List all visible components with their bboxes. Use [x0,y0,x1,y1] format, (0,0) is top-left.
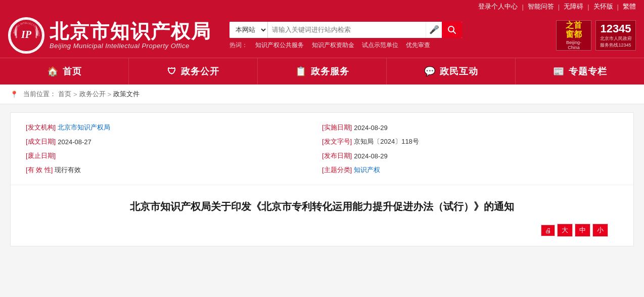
meta-value-effective-date: 2024-08-29 [354,124,388,132]
login-link[interactable]: 登录个人中心 [478,2,518,11]
site-title-en: Beijing Municipal Intellectual Property … [50,42,211,50]
nav-label-interaction: 政民互动 [440,65,478,77]
logo-svg: IP BEIJING INTELLECTUAL PROPERTY [10,19,43,52]
meta-right-0: [实施日期] 2024-08-29 [322,123,618,132]
meta-value-validity: 现行有效 [55,165,81,175]
article-area: 北京市知识产权局关于印发《北京市专利转化运用能力提升促进办法（试行）》的通知 🖨… [11,185,633,246]
traditional-link[interactable]: 繁體 [623,2,636,11]
beijing-china-logo[interactable]: 之首 窗都 Beijing-China [556,20,591,51]
nav-item-govservice[interactable]: 📋 政务服务 [258,58,387,84]
font-small-button[interactable]: 小 [592,224,608,237]
content-area: [发文机构] 北京市知识产权局 [实施日期] 2024-08-29 [成文日期]… [10,112,634,246]
site-title-cn: 北京市知识产权局 [50,21,211,43]
logo1-bottom: 窗都 [566,30,582,39]
search-area: 本网站 🎤 热词： 知识产权公共服务 知识产权资助金 试点示范单位 优先审查 [229,22,548,50]
meta-row-validity: [有 效 性] 现行有效 [26,165,322,175]
logo-circle: IP BEIJING INTELLECTUAL PROPERTY [8,17,44,54]
care-link[interactable]: 关怀版 [593,2,613,11]
meta-row-publish-date: [发布日期] 2024-08-29 [322,151,618,160]
hotline-logo[interactable]: 12345 北京市人民政府 服务热线12345 [595,20,636,51]
logo-area: IP BEIJING INTELLECTUAL PROPERTY 北京市知识产权… [8,17,211,54]
nav-item-topics[interactable]: 📰 专题专栏 [516,58,644,84]
ai-link[interactable]: 智能问答 [528,2,554,11]
meta-row-expire-date: [废止日期] [26,151,322,160]
site-title-area: 北京市知识产权局 Beijing Municipal Intellectual … [50,21,211,50]
font-large-button[interactable]: 大 [557,224,573,237]
location-icon: 📍 [10,91,18,98]
nav-label-home: 首页 [63,65,82,77]
hotwords-label: 热词： [229,41,248,49]
breadcrumb-current: 政策文件 [113,90,140,99]
hotline-sub2: 服务热线12345 [600,43,631,48]
hotword-2[interactable]: 知识产权资助金 [312,41,354,49]
hotword-3[interactable]: 试点示范单位 [362,41,398,49]
breadcrumb-govopen[interactable]: 政务公开 [79,90,106,99]
meta-row-doc-number: [发文字号] 京知局〔2024〕118号 [322,137,618,146]
meta-value-doc-number: 京知局〔2024〕118号 [354,137,419,146]
nav-item-home[interactable]: 🏠 首页 [0,58,129,84]
nav-label-topics: 专题专栏 [569,65,607,77]
meta-right-1: [发文字号] 京知局〔2024〕118号 [322,137,618,146]
meta-left-2: [废止日期] [26,151,322,160]
search-input[interactable] [268,22,426,38]
meta-value-create-date: 2024-08-27 [58,138,91,146]
meta-left: [发文机构] 北京市知识产权局 [26,123,322,132]
home-icon: 🏠 [47,66,59,77]
meta-row-category: [主题分类] 知识产权 [322,165,618,175]
search-row: 本网站 🎤 [229,22,462,38]
meta-label-validity: [有 效 性] [26,165,53,175]
meta-value-category[interactable]: 知识产权 [354,165,380,175]
font-medium-button[interactable]: 中 [575,224,590,237]
hotword-1[interactable]: 知识产权公共服务 [255,41,304,49]
header: IP BEIJING INTELLECTUAL PROPERTY 北京市知识产权… [0,13,644,58]
hotline-sub1: 北京市人民政府 [600,36,632,41]
nav: 🏠 首页 🛡 政务公开 📋 政务服务 💬 政民互动 📰 专题专栏 [0,58,644,84]
breadcrumb-sep2: > [108,91,112,98]
hotline-sub: 北京市人民政府 服务热线12345 [600,35,632,48]
sep3: | [587,3,589,11]
top-bar: 登录个人中心 | 智能问答 | 无障碍 | 关怀版 | 繁體 [0,0,644,13]
nav-item-govopen[interactable]: 🛡 政务公开 [129,58,258,84]
meta-label-create-date: [成文日期] [26,137,56,146]
breadcrumb-sep1: > [73,91,77,98]
nav-item-interaction[interactable]: 💬 政民互动 [387,58,516,84]
meta-value-publish-date: 2024-08-29 [354,152,388,160]
topic-icon: 📰 [553,66,565,77]
meta-row-effective-date: [实施日期] 2024-08-29 [322,123,618,132]
logo1-top: 之首 [566,21,582,30]
shield-icon: 🛡 [167,66,177,77]
search-button[interactable] [442,22,462,38]
sep1: | [522,3,523,11]
meta-row-create-date: [成文日期] 2024-08-27 [26,137,322,146]
search-icon [447,25,456,34]
right-logos: 之首 窗都 Beijing-China 12345 北京市人民政府 服务热线12… [556,20,636,51]
sep2: | [558,3,560,11]
accessibility-link[interactable]: 无障碍 [564,2,583,11]
meta-row-issuer: [发文机构] 北京市知识产权局 [26,123,322,132]
logo1-sub: Beijing-China [561,40,587,50]
meta-label-expire-date: [废止日期] [26,151,56,160]
meta-label-publish-date: [发布日期] [322,151,352,160]
hotline-num: 12345 [600,22,631,35]
meta-info: [发文机构] 北京市知识产权局 [实施日期] 2024-08-29 [成文日期]… [11,113,633,185]
hot-keywords: 热词： 知识产权公共服务 知识产权资助金 试点示范单位 优先审查 [229,41,548,50]
meta-label-doc-number: [发文字号] [322,137,352,146]
search-scope-select[interactable]: 本网站 [229,22,268,38]
meta-right-3: [主题分类] 知识产权 [322,165,618,175]
font-controls: 🖨 大 中 小 [26,220,618,241]
meta-left-1: [成文日期] 2024-08-27 [26,137,322,146]
print-button[interactable]: 🖨 [541,225,555,236]
article-title: 北京市知识产权局关于印发《北京市专利转化运用能力提升促进办法（试行）》的通知 [26,193,618,220]
meta-label-category: [主题分类] [322,165,352,175]
meta-left-3: [有 效 性] 现行有效 [26,165,322,175]
sep4: | [617,3,619,11]
mic-icon[interactable]: 🎤 [426,22,442,38]
meta-label-effective-date: [实施日期] [322,123,352,132]
meta-value-issuer[interactable]: 北京市知识产权局 [58,123,110,132]
breadcrumb-home[interactable]: 首页 [58,90,71,99]
breadcrumb-label: 当前位置： [23,90,56,99]
hotword-4[interactable]: 优先审查 [406,41,430,49]
nav-label-govservice: 政务服务 [311,65,349,77]
svg-line-4 [453,31,456,33]
svg-text:IP: IP [21,29,32,40]
